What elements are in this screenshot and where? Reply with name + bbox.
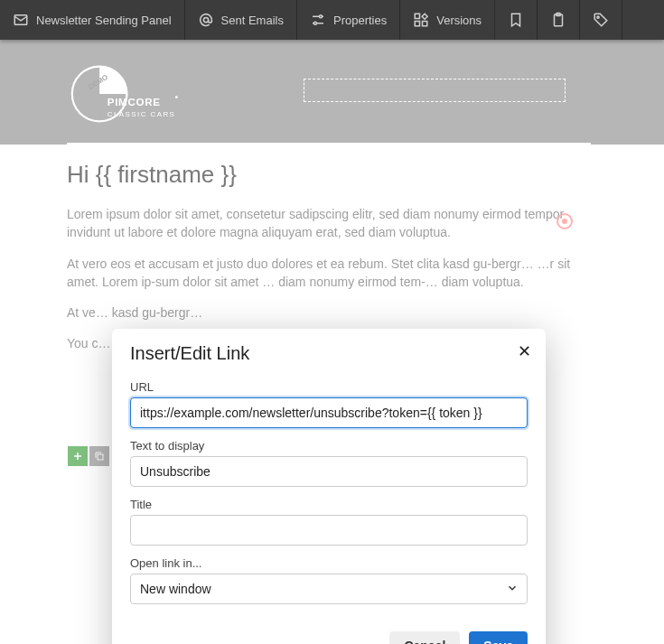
close-icon[interactable]: ✕ xyxy=(516,340,533,363)
body-paragraph: At vero eos et accusam et justo duo dolo… xyxy=(67,255,591,292)
toolbar-versions[interactable]: Versions xyxy=(400,0,495,40)
svg-point-2 xyxy=(319,15,322,18)
toolbar-newsletter-panel[interactable]: Newsletter Sending Panel xyxy=(0,0,185,40)
logo-secondary-text: CLASSIC CARS xyxy=(108,110,176,118)
pimcore-logo: DEMO PIMCORE CLASSIC CARS xyxy=(67,58,184,130)
copy-block-button[interactable] xyxy=(89,446,109,466)
svg-point-3 xyxy=(313,22,316,24)
body-paragraph: Lorem ipsum dolor sit amet, consetetur s… xyxy=(67,205,591,242)
block-tools xyxy=(68,446,109,466)
clipboard-icon xyxy=(550,12,566,28)
svg-point-11 xyxy=(175,96,178,98)
toolbar-bookmark[interactable] xyxy=(495,0,538,40)
toolbar-label: Sent Emails xyxy=(221,14,284,27)
svg-rect-5 xyxy=(423,22,427,26)
url-input[interactable] xyxy=(130,397,528,428)
toolbar-sent-emails[interactable]: Sent Emails xyxy=(185,0,297,40)
svg-point-1 xyxy=(203,17,208,22)
toolbar-label: Newsletter Sending Panel xyxy=(36,14,172,27)
logo-primary-text: PIMCORE xyxy=(108,97,161,107)
text-display-input[interactable] xyxy=(130,456,528,487)
toolbar-properties[interactable]: Properties xyxy=(297,0,400,40)
url-label: URL xyxy=(130,380,528,394)
svg-rect-6 xyxy=(415,22,419,26)
title-field-label: Title xyxy=(130,498,528,511)
bookmark-icon xyxy=(508,12,524,28)
top-toolbar: Newsletter Sending Panel Sent Emails Pro… xyxy=(0,0,664,40)
editable-placeholder[interactable] xyxy=(304,79,566,102)
svg-rect-4 xyxy=(415,14,419,18)
target-select[interactable] xyxy=(130,574,528,604)
greeting-heading: Hi {{ firstname }} xyxy=(67,161,591,189)
open-link-in-label: Open link in... xyxy=(130,556,528,570)
cancel-button[interactable]: Cancel xyxy=(389,631,460,644)
svg-point-9 xyxy=(597,16,599,18)
tag-icon xyxy=(593,12,609,28)
toolbar-label: Properties xyxy=(333,14,387,27)
hero-banner: DEMO PIMCORE CLASSIC CARS xyxy=(0,40,664,145)
add-block-button[interactable] xyxy=(68,446,88,466)
title-input[interactable] xyxy=(130,515,528,546)
mail-icon xyxy=(13,12,29,28)
toolbar-tag[interactable] xyxy=(580,0,622,40)
sliders-icon xyxy=(310,12,326,28)
at-icon xyxy=(198,12,214,28)
toolbar-label: Versions xyxy=(436,14,482,27)
widgets-icon xyxy=(413,12,429,28)
toolbar-clipboard[interactable] xyxy=(538,0,580,40)
block-settings-marker[interactable] xyxy=(556,213,573,229)
svg-rect-12 xyxy=(98,454,103,460)
insert-link-dialog: Insert/Edit Link ✕ URL Text to display T… xyxy=(112,329,546,644)
text-display-label: Text to display xyxy=(130,439,528,453)
body-paragraph: At ve… kasd gu-bergr… xyxy=(67,303,591,322)
save-button[interactable]: Save xyxy=(469,631,528,644)
dialog-title: Insert/Edit Link xyxy=(130,343,528,364)
document-canvas: DEMO PIMCORE CLASSIC CARS Hi {{ firstnam… xyxy=(0,40,664,644)
